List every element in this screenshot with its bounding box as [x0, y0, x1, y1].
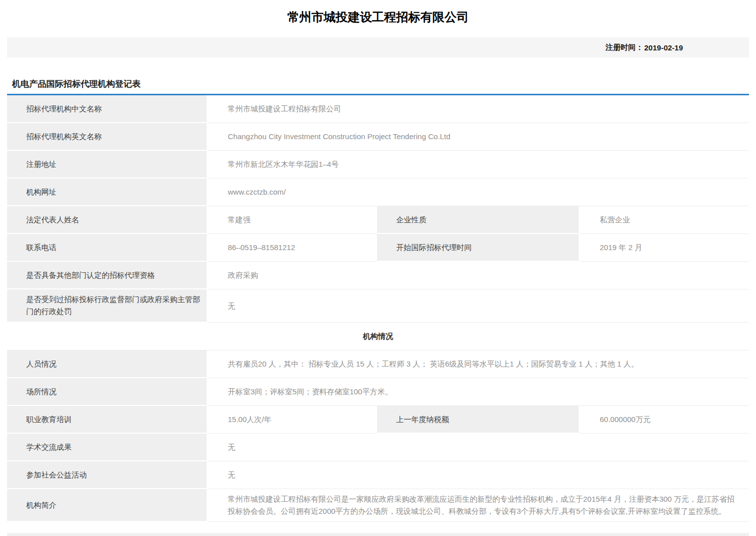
section-header-text: 机构情况: [363, 330, 393, 342]
section-title: 机电产品国际招标代理机构登记表: [7, 79, 749, 90]
value-text: 无: [228, 469, 235, 481]
value-text: 常建强: [228, 214, 250, 226]
row-contact: 联系电话 86–0519–81581212 开始国际招标代理时间 2019 年 …: [7, 234, 749, 262]
row-label: 职业教育培训: [7, 406, 208, 434]
row-label-2: 开始国际招标代理时间: [377, 234, 580, 262]
row-label: 是否受到过招标投标行政监督部门或政府采购主管部门的行政处罚: [7, 289, 208, 323]
row-section-header: 机构情况: [7, 323, 749, 350]
label-text: 招标代理机构英文名称: [26, 131, 102, 143]
label-text: 法定代表人姓名: [26, 214, 79, 226]
row-penalty: 是否受到过招标投标行政监督部门或政府采购主管部门的行政处罚 无: [7, 289, 749, 323]
label-text: 机构简介: [26, 499, 56, 511]
row-cn-name: 招标代理机构中文名称 常州市城投建设工程招标有限公司: [7, 95, 749, 123]
row-value: 政府采购: [208, 262, 749, 289]
row-value: 15.00人次/年: [208, 406, 377, 434]
label-text: 场所情况: [26, 386, 56, 398]
row-label: 法定代表人姓名: [7, 206, 208, 234]
label-text: 招标代理机构中文名称: [26, 103, 102, 115]
row-value: Changzhou City Investment Construction P…: [208, 123, 749, 151]
row-value: 无: [208, 434, 749, 461]
value-text: 开标室3间；评标室5间；资料存储室100平方米。: [228, 386, 393, 398]
label-text: 上一年度纳税额: [396, 413, 449, 426]
section-head: 机电产品国际招标代理机构登记表: [7, 79, 749, 95]
label-text: 开始国际招标代理时间: [396, 242, 472, 254]
section-header-cell: 机构情况: [7, 323, 749, 350]
row-other-qualification: 是否具备其他部门认定的招标代理资格 政府采购: [7, 262, 749, 289]
value-text: Changzhou City Investment Construction P…: [228, 131, 451, 143]
row-label: 人员情况: [7, 350, 208, 378]
row-training: 职业教育培训 15.00人次/年 上一年度纳税额 60.000000万元: [7, 406, 749, 434]
row-personnel: 人员情况 共有雇员20 人，其中： 招标专业人员 15 人；工程师 3 人； 英…: [7, 350, 749, 378]
value-text: 15.00人次/年: [228, 413, 272, 426]
value-text: 2019 年 2 月: [600, 242, 642, 254]
label-text: 职业教育培训: [26, 413, 72, 426]
register-time-label: 注册时间：: [605, 43, 643, 52]
row-label: 招标代理机构英文名称: [7, 123, 208, 151]
row-label: 机构网址: [7, 178, 208, 206]
row-value-2: 私营企业: [580, 206, 749, 234]
value-text: 无: [228, 441, 235, 453]
row-value: 无: [208, 289, 749, 323]
website-text: www.czctzb.com/: [228, 186, 286, 198]
row-label: 学术交流成果: [7, 434, 208, 461]
value-text: 政府采购: [228, 269, 258, 281]
row-value: 共有雇员20 人，其中： 招标专业人员 15 人；工程师 3 人； 英语6级及同…: [208, 350, 749, 378]
row-value: 无: [208, 461, 749, 489]
value-text: 86–0519–81581212: [228, 242, 295, 254]
label-text: 企业性质: [396, 214, 426, 226]
register-time-value: 2019-02-19: [644, 43, 683, 52]
row-value: 常建强: [208, 206, 377, 234]
row-value: 常州市城投建设工程招标有限公司: [208, 95, 749, 123]
value-text: 常州市新北区水木年华花园1–4号: [228, 158, 339, 170]
row-value: 86–0519–81581212: [208, 234, 377, 262]
row-label: 场所情况: [7, 378, 208, 406]
row-premises: 场所情况 开标室3间；评标室5间；资料存储室100平方米。: [7, 378, 749, 406]
row-legal-rep: 法定代表人姓名 常建强 企业性质 私营企业: [7, 206, 749, 234]
row-label: 联系电话: [7, 234, 208, 262]
label-text: 参加社会公益活动: [26, 469, 87, 481]
value-text: 私营企业: [600, 214, 630, 226]
page-title: 常州市城投建设工程招标有限公司: [0, 0, 756, 25]
value-text: 60.000000万元: [600, 413, 651, 426]
row-label: 注册地址: [7, 151, 208, 178]
label-text: 注册地址: [26, 158, 56, 170]
value-text: 常州市城投建设工程招标有限公司是一家顺应政府采购改革潮流应运而生的新型的专业性招…: [228, 493, 737, 517]
row-charity: 参加社会公益活动 无: [7, 461, 749, 489]
value-text: 无: [228, 300, 235, 312]
row-label: 招标代理机构中文名称: [7, 95, 208, 123]
row-value: www.czctzb.com/: [208, 178, 749, 206]
row-value: 开标室3间；评标室5间；资料存储室100平方米。: [208, 378, 749, 406]
row-value: 常州市新北区水木年华花园1–4号: [208, 151, 749, 178]
label-text: 联系电话: [26, 242, 56, 254]
row-value-2: 60.000000万元: [580, 406, 749, 434]
label-text: 是否受到过招标投标行政监督部门或政府采购主管部门的行政处罚: [26, 293, 202, 318]
label-text: 是否具备其他部门认定的招标代理资格: [26, 269, 155, 281]
row-academic: 学术交流成果 无: [7, 434, 749, 461]
value-text: 共有雇员20 人，其中： 招标专业人员 15 人；工程师 3 人； 英语6级及同…: [228, 358, 639, 370]
row-label-2: 企业性质: [377, 206, 580, 234]
bottom-bar: [7, 533, 749, 536]
row-address: 注册地址 常州市新北区水木年华花园1–4号: [7, 151, 749, 178]
label-text: 机构网址: [26, 186, 56, 198]
row-label-2: 上一年度纳税额: [377, 406, 580, 434]
row-en-name: 招标代理机构英文名称 Changzhou City Investment Con…: [7, 123, 749, 151]
row-website: 机构网址 www.czctzb.com/: [7, 178, 749, 206]
row-label: 参加社会公益活动: [7, 461, 208, 489]
row-profile: 机构简介 常州市城投建设工程招标有限公司是一家顺应政府采购改革潮流应运而生的新型…: [7, 489, 749, 522]
row-value: 常州市城投建设工程招标有限公司是一家顺应政府采购改革潮流应运而生的新型的专业性招…: [208, 489, 749, 522]
row-label: 是否具备其他部门认定的招标代理资格: [7, 262, 208, 289]
value-text: 常州市城投建设工程招标有限公司: [228, 103, 341, 115]
registration-table: 招标代理机构中文名称 常州市城投建设工程招标有限公司 招标代理机构英文名称 Ch…: [7, 95, 749, 522]
label-text: 学术交流成果: [26, 441, 72, 453]
row-value-2: 2019 年 2 月: [580, 234, 749, 262]
row-label: 机构简介: [7, 489, 208, 522]
label-text: 人员情况: [26, 358, 56, 370]
register-time-bar: 注册时间： 2019-02-19: [7, 37, 749, 57]
